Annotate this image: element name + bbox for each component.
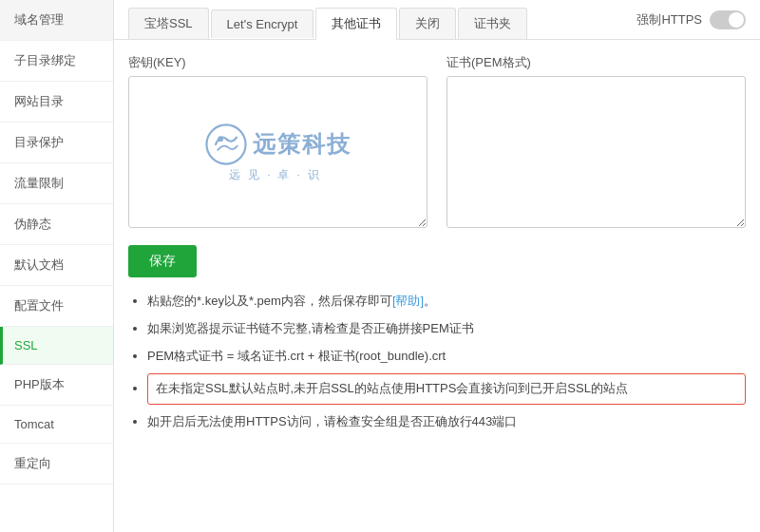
sidebar: 域名管理 子目录绑定 网站目录 目录保护 流量限制 伪静态 默认文档 配置文件 …	[0, 0, 114, 532]
cert-textarea-wrapper	[446, 76, 746, 231]
sidebar-item-subdir-bind[interactable]: 子目录绑定	[0, 41, 113, 82]
sidebar-item-redirect[interactable]: 重定向	[0, 444, 113, 484]
force-https-container: 强制HTTPS	[636, 10, 746, 37]
key-label: 密钥(KEY)	[128, 54, 428, 71]
tabs-bar: 宝塔SSL Let's Encrypt 其他证书 关闭 证书夹 强制HTTPS	[114, 0, 760, 40]
sidebar-item-website-dir[interactable]: 网站目录	[0, 82, 113, 123]
tab-cert-folder[interactable]: 证书夹	[458, 8, 527, 39]
tab-other-cert[interactable]: 其他证书	[315, 8, 397, 40]
tab-lets-encrypt[interactable]: Let's Encrypt	[211, 10, 314, 38]
form-row: 密钥(KEY) 远策科技 远见·卓·识	[128, 54, 746, 231]
info-item-4: 在未指定SSL默认站点时,未开启SSL的站点使用HTTPS会直接访问到已开启SS…	[147, 373, 746, 405]
save-button[interactable]: 保存	[128, 245, 197, 277]
info-item-3: PEM格式证书 = 域名证书.crt + 根证书(root_bundle).cr…	[147, 347, 746, 367]
info-item-1: 粘贴您的*.key以及*.pem内容，然后保存即可[帮助]。	[147, 292, 746, 312]
sidebar-item-dir-protect[interactable]: 目录保护	[0, 123, 113, 163]
force-https-label: 强制HTTPS	[636, 11, 702, 28]
info-text-1: 粘贴您的*.key以及*.pem内容，然后保存即可	[147, 294, 392, 308]
sidebar-item-config-file[interactable]: 配置文件	[0, 286, 113, 327]
sidebar-item-php-version[interactable]: PHP版本	[0, 365, 113, 406]
help-link[interactable]: [帮助]	[392, 294, 424, 308]
cert-input[interactable]	[446, 76, 746, 228]
cert-label: 证书(PEM格式)	[446, 54, 746, 71]
cert-group: 证书(PEM格式)	[446, 54, 746, 231]
sidebar-item-domain-mgmt[interactable]: 域名管理	[0, 0, 113, 41]
force-https-toggle[interactable]	[710, 10, 746, 29]
info-item-2: 如果浏览器提示证书链不完整,请检查是否正确拼接PEM证书	[147, 319, 746, 339]
tab-close[interactable]: 关闭	[399, 8, 456, 39]
info-item-5: 如开启后无法使用HTTPS访问，请检查安全组是否正确放行443端口	[147, 412, 746, 432]
sidebar-item-traffic-limit[interactable]: 流量限制	[0, 163, 113, 204]
sidebar-item-pseudo-static[interactable]: 伪静态	[0, 204, 113, 245]
content-area: 密钥(KEY) 远策科技 远见·卓·识	[114, 40, 760, 532]
key-textarea-wrapper: 远策科技 远见·卓·识	[128, 76, 428, 231]
sidebar-item-tomcat[interactable]: Tomcat	[0, 406, 113, 444]
tab-baota-ssl[interactable]: 宝塔SSL	[128, 8, 209, 39]
sidebar-item-default-doc[interactable]: 默认文档	[0, 245, 113, 286]
key-input[interactable]	[128, 76, 428, 228]
sidebar-item-ssl[interactable]: SSL	[0, 327, 113, 365]
key-group: 密钥(KEY) 远策科技 远见·卓·识	[128, 54, 428, 231]
main-content: 宝塔SSL Let's Encrypt 其他证书 关闭 证书夹 强制HTTPS …	[114, 0, 760, 532]
info-list: 粘贴您的*.key以及*.pem内容，然后保存即可[帮助]。 如果浏览器提示证书…	[128, 292, 746, 432]
